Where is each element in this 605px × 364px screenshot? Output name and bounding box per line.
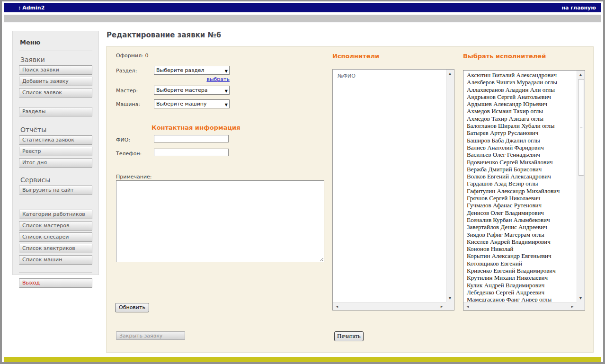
executor-option[interactable]: Котовщиков Евгений: [467, 260, 576, 267]
sidebar-item-dobavit-zayavku[interactable]: Добавить заявку: [19, 77, 92, 86]
razdel-label: Раздел:: [116, 68, 137, 74]
fio-label: ФИО:: [116, 137, 130, 143]
executor-option[interactable]: Крутилин Михаил Николаевич: [467, 274, 576, 281]
note-label: Примечание:: [116, 174, 152, 180]
executor-option[interactable]: Кулик Андрей Владимирович: [467, 282, 576, 289]
sidebar-item-statistika-zayavok[interactable]: Статистика заявок: [19, 135, 92, 145]
home-link[interactable]: на главную: [561, 5, 596, 11]
executor-option[interactable]: Ардышев Александр Юрьевич: [467, 100, 576, 107]
executor-option[interactable]: Балогланов Ширали Хубали оглы: [467, 122, 576, 129]
footer-bar: [4, 357, 601, 363]
header-divider: [4, 23, 601, 23]
executors-list-content: №ФИО: [333, 70, 446, 302]
app-window: : Admin2 на главную Меню Заявки Поиск за…: [0, 0, 605, 364]
scroll-right-icon[interactable]: ►: [438, 302, 446, 311]
executor-option[interactable]: Киселев Андрей Владимирович: [467, 238, 576, 245]
scroll-down-icon[interactable]: ▼: [577, 294, 585, 302]
executor-option[interactable]: Завертайлов Денис Андреевич: [467, 223, 576, 231]
sidebar: Меню Заявки Поиск заявки Добавить заявку…: [12, 31, 99, 275]
executor-option[interactable]: Аллахверанов Аладдин Али оглы: [467, 86, 576, 93]
print-button[interactable]: Печатать: [334, 331, 364, 341]
executor-option[interactable]: Кривенко Евгений Владимирович: [467, 267, 576, 274]
executor-option[interactable]: Ахмедов Тахир Азизага оглы: [467, 115, 576, 122]
scroll-down-icon[interactable]: ▼: [446, 294, 454, 302]
executor-option[interactable]: Зиядов Рафиг Магеррам оглы: [467, 231, 576, 238]
executor-option[interactable]: Мамедгасанов Фаиг Анвер оглы: [467, 296, 576, 302]
sidebar-item-kategorii-rabotnikov[interactable]: Категории работников: [19, 210, 92, 219]
master-select-value: Выберите мастера: [156, 87, 208, 93]
chevron-down-icon: ▼: [225, 87, 228, 95]
executors-horizontal-scrollbar[interactable]: ◄ ►: [333, 302, 446, 310]
executor-option[interactable]: Гардашов Азад Везир оглы: [467, 180, 576, 187]
contact-info-heading: Контактная информация: [151, 124, 240, 131]
choose-vertical-scrollbar[interactable]: ▲ ≡ ▼: [577, 71, 585, 302]
sidebar-item-itog-dnya[interactable]: Итог дня: [19, 158, 92, 168]
executor-option[interactable]: Гучмазов Афанас Рутенович: [467, 202, 576, 209]
phone-label: Телефон:: [116, 151, 142, 157]
scrollbar-thumb[interactable]: ≡: [578, 79, 584, 176]
section-zayavki: Заявки: [20, 56, 92, 63]
executors-table-header: №ФИО: [338, 73, 356, 79]
sidebar-item-spisok-slesarey[interactable]: Список слесарей: [19, 232, 92, 242]
executor-option[interactable]: Кононов Николай: [467, 245, 576, 252]
fio-field[interactable]: [154, 135, 229, 142]
scroll-left-icon[interactable]: ◄: [463, 302, 472, 311]
executor-option[interactable]: Волков Евгений Александрович: [467, 173, 576, 180]
executor-option[interactable]: Андрьянов Сергей Анатольевич: [467, 93, 576, 100]
executor-option[interactable]: Васильев Олег Геннадьевич: [467, 151, 576, 158]
note-textarea[interactable]: [116, 180, 324, 262]
update-button[interactable]: Обновить: [115, 303, 149, 312]
executor-option[interactable]: Аксютин Виталий Александрович: [467, 71, 576, 79]
sidebar-item-vygruzit-na-sayt[interactable]: Выгрузить на сайт: [19, 186, 92, 195]
executor-option[interactable]: Ахмедов Исмаил Тахир оглы: [467, 107, 576, 115]
choose-executors-options: Аксютин Виталий Александрович Алекберов …: [463, 71, 577, 302]
scroll-up-icon[interactable]: ▲: [577, 71, 585, 79]
executor-option[interactable]: Баширов Баба Джалил оглы: [467, 137, 576, 144]
executors-heading: Исполнители: [332, 53, 379, 60]
executor-option[interactable]: Денисов Олег Владимирович: [467, 209, 576, 216]
executor-option[interactable]: Валиев Анатолий Фаридович: [467, 144, 576, 151]
executor-option[interactable]: Корытин Александр Евгеньевич: [467, 252, 576, 259]
header-gray-bar: [4, 15, 601, 22]
scrollbar-corner: [446, 302, 454, 310]
razdel-select[interactable]: Выберите раздел ▼: [154, 66, 230, 75]
scroll-up-icon[interactable]: ▲: [446, 70, 454, 78]
choose-link-wrap: выбрать: [154, 76, 230, 82]
choose-horizontal-scrollbar[interactable]: ◄ ►: [463, 302, 577, 310]
executor-option[interactable]: Вержба Дмитрий Борисович: [467, 166, 576, 173]
close-request-button[interactable]: Закрыть заявку: [116, 331, 185, 340]
executor-option[interactable]: Алекберов Чингиз Мурадали оглы: [467, 79, 576, 86]
issued-by-label: Оформил: 0: [116, 53, 148, 59]
admin-label: : Admin2: [18, 5, 44, 11]
mashina-label: Машина:: [116, 101, 140, 107]
sidebar-item-spisok-mashin[interactable]: Список машин: [19, 255, 92, 265]
chevron-down-icon: ▼: [225, 67, 228, 75]
page-title: Редактирование заявки №6: [107, 31, 221, 39]
executor-option[interactable]: Гафитулин Александр Михайлович: [467, 187, 576, 195]
chevron-down-icon: ▼: [225, 101, 228, 109]
executor-option[interactable]: Есеналив Курбан Алымбекович: [467, 216, 576, 223]
mashina-select[interactable]: Выберите машину ▼: [154, 99, 230, 108]
executors-vertical-scrollbar[interactable]: ▲ ▼: [446, 70, 454, 302]
sidebar-item-reestr[interactable]: Реестр: [19, 147, 92, 156]
top-bar: : Admin2 на главную: [4, 3, 601, 12]
scroll-right-icon[interactable]: ►: [569, 302, 577, 311]
sidebar-item-spisok-zayavok[interactable]: Список заявок: [19, 88, 92, 98]
master-select[interactable]: Выберите мастера ▼: [154, 86, 230, 95]
phone-field[interactable]: [154, 149, 229, 156]
executor-option[interactable]: Лебеденко Сергей Андреевич: [467, 289, 576, 296]
menu-title: Меню: [19, 37, 92, 51]
mashina-select-value: Выберите машину: [156, 101, 207, 107]
executor-option[interactable]: Грязнов Сергей Николаевич: [467, 195, 576, 202]
section-servisy: Сервисы: [20, 176, 92, 184]
sidebar-item-razdely[interactable]: Разделы: [19, 107, 92, 116]
executor-option[interactable]: Батырев Артур Русланович: [467, 129, 576, 136]
sidebar-item-spisok-masterov[interactable]: Список мастеров: [19, 221, 92, 231]
scroll-left-icon[interactable]: ◄: [333, 302, 341, 311]
section-otchety: Отчёты: [20, 126, 92, 133]
executor-option[interactable]: Вдовиченко Сергей Михайлович: [467, 159, 576, 166]
choose-link[interactable]: выбрать: [206, 76, 230, 82]
sidebar-item-poisk-zayavki[interactable]: Поиск заявки: [19, 65, 92, 75]
logout-button[interactable]: Выход: [19, 278, 92, 288]
sidebar-item-spisok-elektrikov[interactable]: Список электриков: [19, 244, 92, 253]
